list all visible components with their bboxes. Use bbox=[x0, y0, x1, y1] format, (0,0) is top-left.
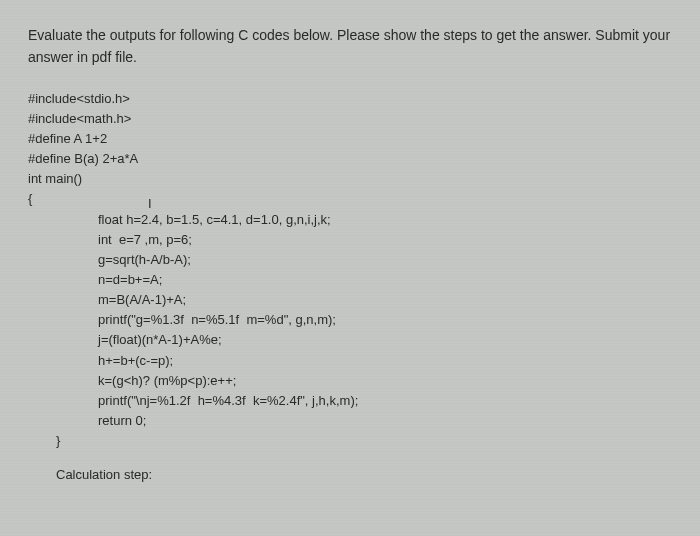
code-line: m=B(A/A-1)+A; bbox=[28, 290, 672, 310]
code-line: return 0; bbox=[28, 411, 672, 431]
code-line: k=(g<h)? (m%p<p):e++; bbox=[28, 371, 672, 391]
calculation-step-label: Calculation step: bbox=[28, 465, 672, 486]
code-line: Ifloat h=2.4, b=1.5, c=4.1, d=1.0, g,n,i… bbox=[28, 210, 672, 230]
code-text: float h=2.4, b=1.5, c=4.1, d=1.0, g,n,i,… bbox=[98, 212, 331, 227]
code-line: #define A 1+2 bbox=[28, 129, 672, 149]
instruction-text: Evaluate the outputs for following C cod… bbox=[28, 24, 672, 69]
open-brace: { bbox=[28, 189, 672, 209]
code-line: int e=7 ,m, p=6; bbox=[28, 230, 672, 250]
code-line: j=(float)(n*A-1)+A%e; bbox=[28, 330, 672, 350]
code-line: printf("g=%1.3f n=%5.1f m=%d", g,n,m); bbox=[28, 310, 672, 330]
close-brace: } bbox=[28, 431, 672, 451]
code-line: #define B(a) 2+a*A bbox=[28, 149, 672, 169]
code-line: printf("\nj=%1.2f h=%4.3f k=%2.4f", j,h,… bbox=[28, 391, 672, 411]
code-block: #include<stdio.h> #include<math.h> #defi… bbox=[28, 89, 672, 452]
code-line: h+=b+(c-=p); bbox=[28, 351, 672, 371]
code-line: int main() bbox=[28, 169, 672, 189]
code-line: #include<stdio.h> bbox=[28, 89, 672, 109]
code-line: n=d=b+=A; bbox=[28, 270, 672, 290]
text-cursor-icon: I bbox=[148, 194, 152, 214]
code-line: #include<math.h> bbox=[28, 109, 672, 129]
code-line: g=sqrt(h-A/b-A); bbox=[28, 250, 672, 270]
